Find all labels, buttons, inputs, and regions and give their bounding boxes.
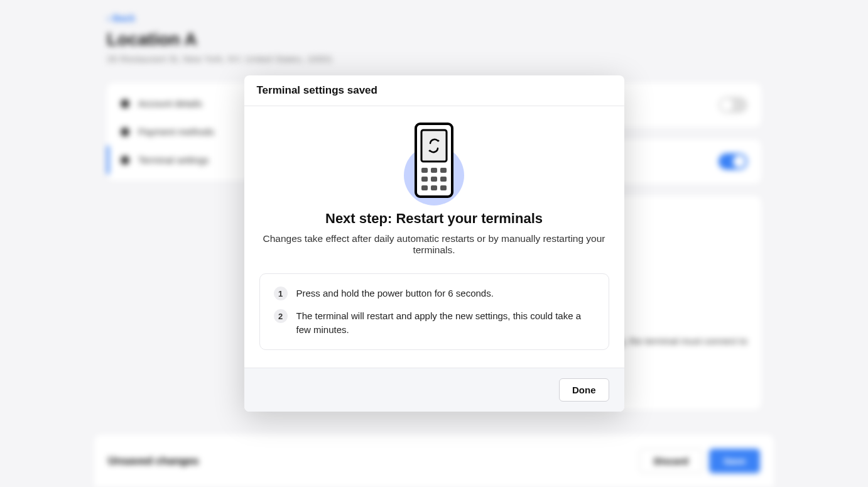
modal-subtitle: Next step: Restart your terminals xyxy=(259,211,609,227)
svg-rect-6 xyxy=(440,168,447,173)
step-number: 1 xyxy=(274,287,288,300)
step-2: 2 The terminal will restart and apply th… xyxy=(274,309,595,337)
modal-header: Terminal settings saved xyxy=(244,75,624,106)
svg-rect-8 xyxy=(431,177,437,182)
modal-footer: Done xyxy=(244,368,624,412)
modal-title: Terminal settings saved xyxy=(257,84,612,97)
terminal-device-icon xyxy=(415,123,453,198)
done-button[interactable]: Done xyxy=(559,378,609,402)
step-1: 1 Press and hold the power button for 6 … xyxy=(274,287,595,300)
svg-rect-9 xyxy=(440,177,447,182)
modal-body: Next step: Restart your terminals Change… xyxy=(244,106,624,368)
svg-rect-4 xyxy=(421,168,428,173)
svg-rect-7 xyxy=(421,177,428,182)
svg-rect-1 xyxy=(421,130,447,161)
step-number: 2 xyxy=(274,309,288,323)
svg-rect-10 xyxy=(421,185,428,190)
step-text: Press and hold the power button for 6 se… xyxy=(296,287,494,300)
svg-rect-12 xyxy=(440,185,447,190)
terminal-illustration xyxy=(403,123,465,198)
modal-description: Changes take effect after daily automati… xyxy=(259,233,609,256)
terminal-saved-modal: Terminal settings saved xyxy=(244,75,624,412)
svg-rect-11 xyxy=(431,185,437,190)
step-text: The terminal will restart and apply the … xyxy=(296,309,595,337)
modal-overlay: Terminal settings saved xyxy=(0,0,868,487)
steps-box: 1 Press and hold the power button for 6 … xyxy=(259,273,609,350)
svg-rect-5 xyxy=(431,168,437,173)
